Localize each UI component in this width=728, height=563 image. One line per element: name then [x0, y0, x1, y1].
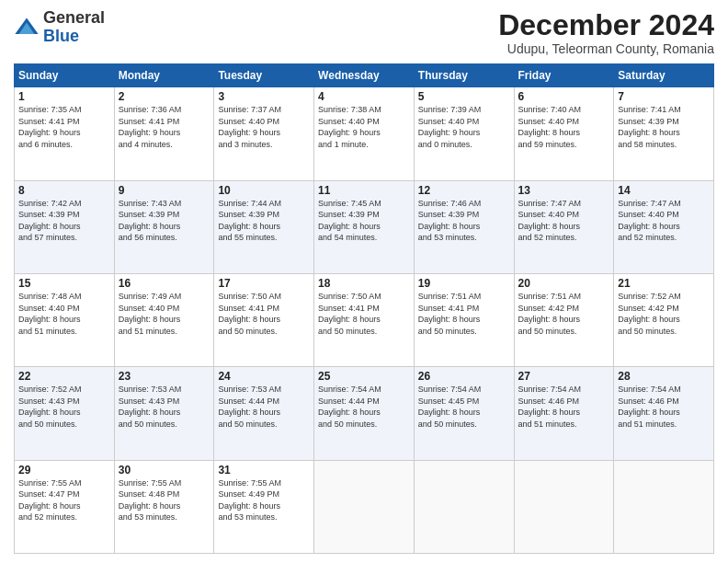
day-cell: 14Sunrise: 7:47 AMSunset: 4:40 PMDayligh…	[614, 180, 714, 273]
day-header-monday: Monday	[114, 64, 214, 87]
day-cell: 28Sunrise: 7:54 AMSunset: 4:46 PMDayligh…	[614, 367, 714, 460]
week-row-1: 1Sunrise: 7:35 AMSunset: 4:41 PMDaylight…	[15, 87, 714, 180]
day-number: 29	[18, 464, 110, 477]
day-cell: 12Sunrise: 7:46 AMSunset: 4:39 PMDayligh…	[414, 180, 514, 273]
day-info: Sunrise: 7:52 AMSunset: 4:42 PMDaylight:…	[618, 291, 710, 337]
day-number: 24	[218, 370, 310, 383]
day-info: Sunrise: 7:51 AMSunset: 4:41 PMDaylight:…	[418, 291, 510, 337]
day-cell: 13Sunrise: 7:47 AMSunset: 4:40 PMDayligh…	[514, 180, 614, 273]
day-cell: 8Sunrise: 7:42 AMSunset: 4:39 PMDaylight…	[15, 180, 115, 273]
day-number: 3	[218, 90, 310, 103]
day-cell: 15Sunrise: 7:48 AMSunset: 4:40 PMDayligh…	[15, 273, 115, 366]
day-number: 7	[618, 90, 710, 103]
day-info: Sunrise: 7:37 AMSunset: 4:40 PMDaylight:…	[218, 104, 310, 150]
logo-line1: General	[43, 9, 105, 28]
calendar-table: SundayMondayTuesdayWednesdayThursdayFrid…	[14, 63, 714, 554]
day-cell: 9Sunrise: 7:43 AMSunset: 4:39 PMDaylight…	[114, 180, 214, 273]
day-info: Sunrise: 7:50 AMSunset: 4:41 PMDaylight:…	[218, 291, 310, 337]
day-number: 28	[618, 370, 710, 383]
day-info: Sunrise: 7:43 AMSunset: 4:39 PMDaylight:…	[119, 198, 210, 244]
subtitle: Udupu, Teleorman County, Romania	[498, 41, 714, 56]
day-number: 21	[618, 277, 710, 290]
day-number: 13	[518, 184, 610, 197]
day-cell: 10Sunrise: 7:44 AMSunset: 4:39 PMDayligh…	[214, 180, 314, 273]
day-info: Sunrise: 7:54 AMSunset: 4:46 PMDaylight:…	[518, 384, 610, 430]
day-cell: 18Sunrise: 7:50 AMSunset: 4:41 PMDayligh…	[314, 273, 415, 366]
day-cell	[514, 460, 614, 553]
day-number: 15	[18, 277, 110, 290]
logo: General Blue	[14, 9, 105, 46]
day-info: Sunrise: 7:47 AMSunset: 4:40 PMDaylight:…	[518, 198, 610, 244]
page: General Blue December 2024 Udupu, Teleor…	[0, 0, 728, 563]
day-cell: 4Sunrise: 7:38 AMSunset: 4:40 PMDaylight…	[314, 87, 415, 180]
title-block: December 2024 Udupu, Teleorman County, R…	[498, 9, 714, 56]
day-info: Sunrise: 7:39 AMSunset: 4:40 PMDaylight:…	[418, 104, 510, 150]
day-number: 30	[119, 464, 210, 477]
day-cell: 17Sunrise: 7:50 AMSunset: 4:41 PMDayligh…	[214, 273, 314, 366]
day-number: 1	[18, 90, 110, 103]
day-number: 17	[218, 277, 310, 290]
day-cell: 11Sunrise: 7:45 AMSunset: 4:39 PMDayligh…	[314, 180, 415, 273]
day-info: Sunrise: 7:46 AMSunset: 4:39 PMDaylight:…	[418, 198, 510, 244]
day-header-friday: Friday	[514, 64, 614, 87]
header-row: SundayMondayTuesdayWednesdayThursdayFrid…	[15, 64, 714, 87]
day-cell: 30Sunrise: 7:55 AMSunset: 4:48 PMDayligh…	[114, 460, 214, 553]
day-cell	[614, 460, 714, 553]
month-title: December 2024	[498, 9, 714, 41]
day-info: Sunrise: 7:47 AMSunset: 4:40 PMDaylight:…	[618, 198, 710, 244]
day-number: 11	[318, 184, 410, 197]
week-row-2: 8Sunrise: 7:42 AMSunset: 4:39 PMDaylight…	[15, 180, 714, 273]
day-info: Sunrise: 7:49 AMSunset: 4:40 PMDaylight:…	[119, 291, 210, 337]
logo-line2: Blue	[43, 28, 105, 46]
day-cell: 25Sunrise: 7:54 AMSunset: 4:44 PMDayligh…	[314, 367, 415, 460]
day-info: Sunrise: 7:51 AMSunset: 4:42 PMDaylight:…	[518, 291, 610, 337]
day-info: Sunrise: 7:53 AMSunset: 4:43 PMDaylight:…	[119, 384, 210, 430]
day-number: 22	[18, 370, 110, 383]
day-cell: 2Sunrise: 7:36 AMSunset: 4:41 PMDaylight…	[114, 87, 214, 180]
day-header-thursday: Thursday	[414, 64, 514, 87]
day-header-wednesday: Wednesday	[314, 64, 415, 87]
day-info: Sunrise: 7:44 AMSunset: 4:39 PMDaylight:…	[218, 198, 310, 244]
day-info: Sunrise: 7:48 AMSunset: 4:40 PMDaylight:…	[18, 291, 110, 337]
day-cell: 31Sunrise: 7:55 AMSunset: 4:49 PMDayligh…	[214, 460, 314, 553]
logo-icon	[14, 15, 40, 40]
day-number: 31	[218, 464, 310, 477]
day-info: Sunrise: 7:54 AMSunset: 4:44 PMDaylight:…	[318, 384, 410, 430]
week-row-4: 22Sunrise: 7:52 AMSunset: 4:43 PMDayligh…	[15, 367, 714, 460]
day-info: Sunrise: 7:52 AMSunset: 4:43 PMDaylight:…	[18, 384, 110, 430]
day-number: 9	[119, 184, 210, 197]
day-cell: 5Sunrise: 7:39 AMSunset: 4:40 PMDaylight…	[414, 87, 514, 180]
day-number: 19	[418, 277, 510, 290]
day-number: 2	[119, 90, 210, 103]
day-number: 18	[318, 277, 410, 290]
day-info: Sunrise: 7:40 AMSunset: 4:40 PMDaylight:…	[518, 104, 610, 150]
day-cell: 6Sunrise: 7:40 AMSunset: 4:40 PMDaylight…	[514, 87, 614, 180]
day-header-saturday: Saturday	[614, 64, 714, 87]
day-cell: 3Sunrise: 7:37 AMSunset: 4:40 PMDaylight…	[214, 87, 314, 180]
day-number: 14	[618, 184, 710, 197]
day-info: Sunrise: 7:35 AMSunset: 4:41 PMDaylight:…	[18, 104, 110, 150]
day-cell: 16Sunrise: 7:49 AMSunset: 4:40 PMDayligh…	[114, 273, 214, 366]
day-cell: 7Sunrise: 7:41 AMSunset: 4:39 PMDaylight…	[614, 87, 714, 180]
week-row-3: 15Sunrise: 7:48 AMSunset: 4:40 PMDayligh…	[15, 273, 714, 366]
day-header-sunday: Sunday	[15, 64, 115, 87]
week-row-5: 29Sunrise: 7:55 AMSunset: 4:47 PMDayligh…	[15, 460, 714, 553]
day-cell: 29Sunrise: 7:55 AMSunset: 4:47 PMDayligh…	[15, 460, 115, 553]
day-info: Sunrise: 7:54 AMSunset: 4:46 PMDaylight:…	[618, 384, 710, 430]
day-cell: 20Sunrise: 7:51 AMSunset: 4:42 PMDayligh…	[514, 273, 614, 366]
day-info: Sunrise: 7:42 AMSunset: 4:39 PMDaylight:…	[18, 198, 110, 244]
day-cell: 22Sunrise: 7:52 AMSunset: 4:43 PMDayligh…	[15, 367, 115, 460]
day-info: Sunrise: 7:38 AMSunset: 4:40 PMDaylight:…	[318, 104, 410, 150]
day-number: 8	[18, 184, 110, 197]
day-number: 6	[518, 90, 610, 103]
day-number: 27	[518, 370, 610, 383]
day-cell: 27Sunrise: 7:54 AMSunset: 4:46 PMDayligh…	[514, 367, 614, 460]
day-cell: 24Sunrise: 7:53 AMSunset: 4:44 PMDayligh…	[214, 367, 314, 460]
day-cell: 19Sunrise: 7:51 AMSunset: 4:41 PMDayligh…	[414, 273, 514, 366]
header: General Blue December 2024 Udupu, Teleor…	[14, 9, 714, 56]
day-cell: 23Sunrise: 7:53 AMSunset: 4:43 PMDayligh…	[114, 367, 214, 460]
day-cell: 1Sunrise: 7:35 AMSunset: 4:41 PMDaylight…	[15, 87, 115, 180]
day-info: Sunrise: 7:55 AMSunset: 4:48 PMDaylight:…	[119, 477, 210, 523]
day-cell	[414, 460, 514, 553]
day-number: 10	[218, 184, 310, 197]
